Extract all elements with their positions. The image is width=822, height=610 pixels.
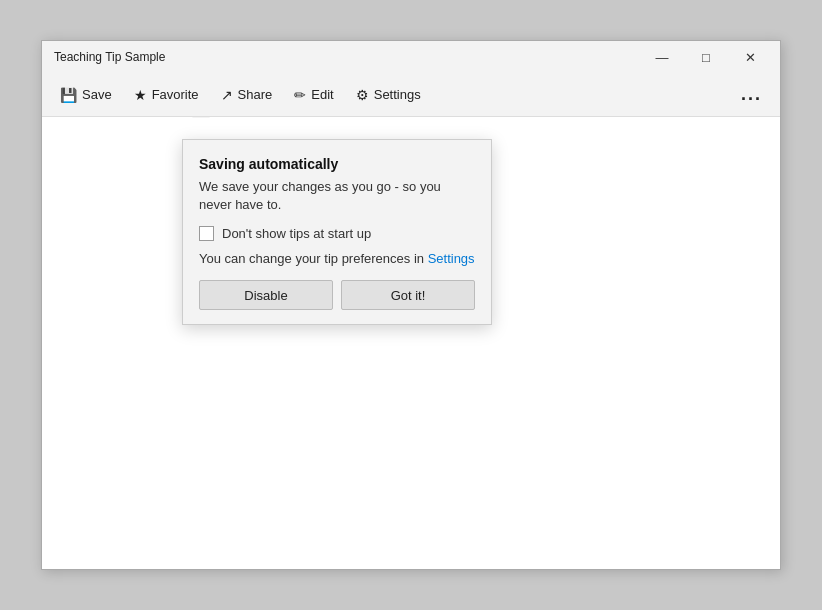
tip-title: Saving automatically: [199, 156, 475, 172]
title-bar-controls: — □ ✕: [640, 42, 772, 72]
maximize-button[interactable]: □: [684, 42, 728, 72]
save-button[interactable]: 💾 Save: [50, 82, 122, 108]
tip-checkbox-row: Don't show tips at start up: [199, 226, 475, 241]
edit-button[interactable]: ✏ Edit: [284, 82, 343, 108]
settings-icon: ⚙: [356, 87, 369, 103]
title-bar: Teaching Tip Sample — □ ✕: [42, 41, 780, 73]
share-label: Share: [238, 87, 273, 102]
favorite-button[interactable]: ★ Favorite: [124, 82, 209, 108]
settings-link[interactable]: Settings: [428, 251, 475, 266]
share-icon: ↗: [221, 87, 233, 103]
close-button[interactable]: ✕: [728, 42, 772, 72]
settings-prefix: You can change your tip preferences in: [199, 251, 428, 266]
share-button[interactable]: ↗ Share: [211, 82, 283, 108]
save-icon: 💾: [60, 87, 77, 103]
save-label: Save: [82, 87, 112, 102]
disable-button[interactable]: Disable: [199, 280, 333, 310]
teaching-tip: Saving automatically We save your change…: [182, 139, 492, 325]
edit-icon: ✏: [294, 87, 306, 103]
settings-label: Settings: [374, 87, 421, 102]
favorite-icon: ★: [134, 87, 147, 103]
app-window: Teaching Tip Sample — □ ✕ 💾 Save ★ Favor…: [41, 40, 781, 570]
toolbar: 💾 Save ★ Favorite ↗ Share ✏ Edit ⚙ Setti…: [42, 73, 780, 117]
tip-settings-row: You can change your tip preferences in S…: [199, 251, 475, 266]
dont-show-label: Don't show tips at start up: [222, 226, 371, 241]
edit-label: Edit: [311, 87, 333, 102]
content-area: Saving automatically We save your change…: [42, 117, 780, 569]
window-title: Teaching Tip Sample: [54, 50, 165, 64]
tip-body: We save your changes as you go - so you …: [199, 178, 475, 214]
settings-button[interactable]: ⚙ Settings: [346, 82, 431, 108]
tip-arrow-inner: [192, 117, 210, 118]
favorite-label: Favorite: [152, 87, 199, 102]
got-it-button[interactable]: Got it!: [341, 280, 475, 310]
minimize-button[interactable]: —: [640, 42, 684, 72]
more-button[interactable]: ...: [731, 79, 772, 110]
tip-buttons: Disable Got it!: [199, 280, 475, 310]
dont-show-checkbox[interactable]: [199, 226, 214, 241]
